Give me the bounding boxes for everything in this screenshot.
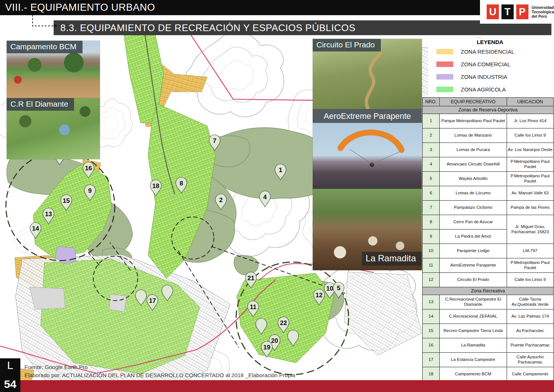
section-title: 8.3. EQUIPAMIENTO DE RECREACIÓN Y ESPACI… (60, 22, 356, 34)
cell-ubicacion: P.Metropolitano Paul Paulet (507, 157, 554, 172)
cell-nro: 12 (423, 273, 440, 287)
photo-la-ramadita: La Ramadita (313, 189, 422, 270)
cell-nro: 16 (423, 338, 440, 353)
page-letter: L (7, 359, 13, 372)
equipment-table: NRO.EQUIP.RECREATIVOUBICACIÓN Zonas de R… (422, 97, 554, 392)
svg-text:4: 4 (263, 194, 267, 201)
elaboration-line: Elaborado por: ACTUALIZACIÓN DEL PLAN DE… (24, 371, 295, 379)
legend-swatch (436, 74, 453, 80)
legend-label: ZONA AGRÍCOLA (461, 86, 506, 93)
table-row: 10Parapente LodgeLM-797 (423, 244, 554, 258)
table-row: 8Cerro Pan de AzucarJr. Miguel Grau, Pac… (423, 215, 554, 229)
photo-label: AeroExtreme Parapente (313, 109, 422, 123)
svg-text:20: 20 (271, 337, 278, 344)
table-row: 14C.Recreacional ZEFAVALAv. Las Palmas 1… (423, 309, 554, 324)
cell-nro: 11 (423, 258, 440, 273)
table-row: 3Lomas de PucaraAv. Los Naranjos Oeste (423, 143, 554, 157)
svg-text:15: 15 (63, 197, 70, 204)
cell-ubicacion: Calle Tacna Av.Quebrada Verde (507, 295, 554, 309)
svg-text:10: 10 (326, 285, 333, 292)
cell-nro: 15 (423, 324, 440, 338)
page: 6169151314718821417211112105222019 VIII.… (0, 0, 554, 392)
table-header: UBICACIÓN (507, 98, 554, 106)
gray-area-2 (110, 294, 127, 312)
cell-equip: Campamento BCM (440, 367, 507, 382)
cell-equip: C.Recreacional Campestre El Diamante (440, 295, 507, 309)
source-note: Fuente: Google Earth Pro Elaborado por: … (24, 363, 295, 379)
page-number: 54 (4, 378, 16, 391)
photo-label: Campamento BCM (7, 41, 83, 53)
logo-letter-t: T (501, 4, 514, 19)
table-section-header: Zona Recreativa (423, 287, 554, 295)
page-title: VIII.- EQUIPAMIENTO URBANO (5, 2, 155, 13)
photo-label: C.R El Diamante (7, 98, 74, 111)
cell-ubicacion: Calle los Lirios 9 (507, 273, 554, 287)
legend-label: ZONA INDUSTRIA (461, 74, 507, 80)
photo-cr-el-diamante: C.R El Diamante (7, 98, 100, 159)
gray-area-1 (30, 287, 65, 309)
page-number-box: L 54 (0, 358, 20, 392)
svg-text:13: 13 (45, 211, 52, 218)
cell-equip: La Estancia Campestre (440, 353, 507, 367)
cell-ubicacion: Av. Manuel Valle 63 (507, 186, 554, 201)
svg-text:11: 11 (250, 304, 256, 311)
cell-nro: 3 (423, 143, 440, 157)
table-section-header: Zonas de Reserva-Deportiva (423, 106, 554, 114)
cell-equip: Lomas de Pucara (440, 143, 507, 157)
table-row: 18Campamento BCMCalle Campamento (423, 367, 554, 382)
table-row: 17La Estancia CampestreCalle Ayaucho Pac… (423, 353, 554, 367)
cell-ubicacion: Av. Las Palmas 174 (507, 309, 554, 324)
cell-ubicacion: Pampa de las Flores (507, 201, 554, 215)
cell-equip: Lomas de Lúcumo (440, 186, 507, 201)
cell-ubicacion: P.Metropolitano Paul Paulet (507, 172, 554, 186)
legend-item: ZONA INDUSTRIA (428, 70, 552, 83)
table-row: 11AeroExtreme ParapenteP.Metropolitano P… (423, 258, 554, 273)
cell-nro: 13 (423, 295, 440, 309)
cell-equip: Amancaes Circuito Downhill (440, 157, 507, 172)
table-row: 2Lomas de ManzanoCalle los Lirios 9 (423, 128, 554, 143)
section-bar: 8.3. EQUIPAMIENTO DE RECREACIÓN Y ESPACI… (54, 20, 551, 35)
cell-equip: Parapente Lodge (440, 244, 507, 258)
cell-nro: 2 (423, 128, 440, 143)
cell-equip: Lomas de Manzano (440, 128, 507, 143)
cell-equip: AeroExtreme Parapente (440, 258, 507, 273)
legend-label: ZONA RESIDENCIAL (461, 48, 514, 55)
cell-ubicacion: Calle los Lirios 9 (507, 128, 554, 143)
cell-nro: 1 (423, 114, 440, 128)
cell-ubicacion: Jr. Miguel Grau, Pachacamac 15823 (507, 215, 554, 244)
cell-ubicacion: Av.Pachacutec (507, 324, 554, 338)
svg-text:14: 14 (32, 225, 39, 232)
svg-text:22: 22 (280, 319, 287, 326)
legend-swatch (436, 61, 453, 67)
source-line: Fuente: Google Earth Pro (24, 363, 295, 371)
legend-title: LEYENDA (428, 39, 552, 45)
title-connector-arrow (20, 14, 61, 31)
svg-text:17: 17 (149, 297, 156, 304)
cell-nro: 5 (423, 172, 440, 186)
cell-nro: 9 (423, 229, 440, 244)
table-row: 1Parque Metropolitano Paul PauletJr. Los… (423, 114, 554, 128)
equipment-table-wrap: NRO.EQUIP.RECREATIVOUBICACIÓN Zonas de R… (422, 97, 553, 392)
cell-nro: 18 (423, 367, 440, 382)
cell-equip: La Piedra del Amor (440, 229, 507, 244)
svg-text:12: 12 (316, 292, 323, 299)
cell-ubicacion: LM-797 (507, 244, 554, 258)
table-row: 12Circuito El PradoCalle los Lirios 9 (423, 273, 554, 287)
cell-ubicacion: Jr. Los Pinos 414 (507, 114, 554, 128)
logo-letter-p: P (516, 4, 528, 19)
bottom-accent-bar (20, 380, 554, 392)
table-row: 13C.Recreacional Campestre El DiamanteCa… (423, 295, 554, 309)
cell-nro: 14 (423, 309, 440, 324)
cell-equip: Parque Metropolitano Paul Paulet (440, 114, 507, 128)
cell-nro: 7 (423, 201, 440, 215)
logo-letter-u: U (487, 4, 499, 19)
svg-text:7: 7 (213, 137, 216, 144)
cell-equip: Circuito El Prado (440, 273, 507, 287)
cell-equip: La Ramadita (440, 338, 507, 353)
logo-org-name: Universidad Tecnológica del Perú (532, 5, 554, 19)
cell-nro: 6 (423, 186, 440, 201)
utp-logo: U T P Universidad Tecnológica del Perú (480, 0, 554, 24)
cell-ubicacion: Puente Pachacamac (507, 338, 554, 353)
cell-nro: 4 (423, 157, 440, 172)
cell-equip: Pampalazo Ciclismo (440, 201, 507, 215)
